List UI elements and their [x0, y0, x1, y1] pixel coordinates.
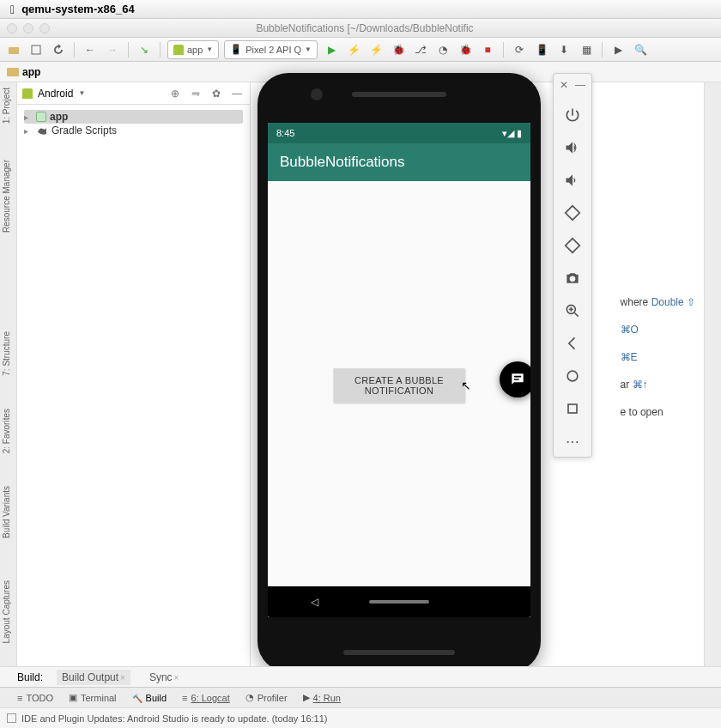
- project-mode-label[interactable]: Android: [38, 88, 73, 100]
- build-label: Build:: [17, 671, 43, 683]
- emulator-window: 8:45 ▾◢ ▮ BubbleNotifications CREATE A B…: [258, 73, 541, 672]
- coverage-icon[interactable]: ⎇: [412, 41, 429, 58]
- search-everywhere-icon[interactable]: 🔍: [632, 41, 649, 58]
- camera-icon: [311, 88, 323, 100]
- nav-back-icon[interactable]: ◁: [311, 596, 318, 608]
- phone-frame: 8:45 ▾◢ ▮ BubbleNotifications CREATE A B…: [258, 73, 541, 672]
- tool-favorites-tab[interactable]: 2: Favorites: [2, 409, 11, 453]
- build-tab[interactable]: Build: [132, 693, 167, 703]
- profiler-tab[interactable]: ◔ Profiler: [245, 692, 288, 703]
- build-output-tab[interactable]: Build Output×: [57, 670, 130, 685]
- tool-resmgr-tab[interactable]: Resource Manager: [2, 160, 11, 233]
- status-checkbox-icon[interactable]: [7, 713, 16, 723]
- rotate-left-icon[interactable]: [562, 203, 583, 223]
- save-icon[interactable]: [27, 41, 45, 58]
- tool-variants-tab[interactable]: Build Variants: [2, 486, 11, 538]
- app-bar: BubbleNotifications: [268, 143, 530, 181]
- hint-shortcut: ⌘↑: [633, 379, 648, 391]
- overview-icon[interactable]: [562, 398, 583, 419]
- emulator-close-icon[interactable]: ✕: [560, 79, 568, 91]
- status-icons: ▾◢ ▮: [502, 128, 522, 139]
- mac-menubar:  qemu-system-x86_64: [0, 0, 721, 19]
- camera-icon[interactable]: [562, 268, 583, 288]
- gradle-icon: [36, 125, 48, 136]
- status-text: IDE and Plugin Updates: Android Studio i…: [21, 713, 328, 724]
- tool-project-tab[interactable]: 1: Project: [2, 88, 11, 124]
- tree-node-app-label: app: [50, 111, 68, 123]
- speaker-icon: [352, 92, 446, 97]
- device-label: Pixel 2 API Q: [245, 45, 301, 55]
- create-bubble-button[interactable]: CREATE A BUBBLE NOTIFICATION: [334, 368, 465, 403]
- tree-node-app[interactable]: app: [24, 110, 243, 124]
- avd-manager-icon[interactable]: 📱: [533, 41, 550, 58]
- apply-changes-icon[interactable]: ⚡: [345, 41, 362, 58]
- status-bar: IDE and Plugin Updates: Android Studio i…: [0, 707, 721, 728]
- back-icon[interactable]: [562, 333, 583, 354]
- sdk-manager-icon[interactable]: ⬇: [555, 41, 573, 58]
- run-tab[interactable]: ▶ 4: Run: [303, 692, 341, 703]
- svg-rect-9: [568, 404, 577, 413]
- close-icon[interactable]: ×: [174, 673, 179, 682]
- logcat-tab[interactable]: ≡ 6: Logcat: [182, 693, 230, 703]
- tree-node-gradle[interactable]: Gradle Scripts: [24, 124, 243, 137]
- tool-captures-tab[interactable]: Layout Captures: [2, 580, 11, 643]
- hint-text: where: [621, 296, 651, 308]
- power-icon[interactable]: [562, 105, 583, 125]
- project-panel: Android ▼ ⊕ ⥭ ✿ — app Gradle Scripts: [17, 82, 251, 683]
- rotate-right-icon[interactable]: [562, 235, 583, 256]
- project-panel-header: Android ▼ ⊕ ⥭ ✿ —: [17, 82, 250, 105]
- speaker-icon: [343, 650, 455, 655]
- tool-structure-tab[interactable]: 7: Structure: [2, 331, 11, 376]
- volume-up-icon[interactable]: [562, 137, 583, 158]
- chat-bubble-fab[interactable]: [500, 361, 530, 397]
- build-hammer-icon[interactable]: ↘: [136, 41, 153, 58]
- debug-icon[interactable]: 🐞: [390, 41, 407, 58]
- device-combo[interactable]: 📱 Pixel 2 API Q ▼: [224, 40, 318, 59]
- open-file-icon[interactable]: [5, 41, 22, 58]
- profile-icon[interactable]: ◔: [434, 41, 451, 58]
- nav-home-pill[interactable]: [369, 600, 429, 604]
- settings-icon[interactable]: ✿: [209, 88, 224, 100]
- layout-inspector-icon[interactable]: ▦: [578, 41, 595, 58]
- folder-icon: [7, 68, 19, 76]
- attach-debugger-icon[interactable]: 🐞: [457, 41, 474, 58]
- right-gutter: [704, 82, 721, 683]
- project-tree: app Gradle Scripts: [17, 105, 250, 143]
- run-config-combo[interactable]: app ▼: [167, 40, 219, 59]
- hint-shortcut: ⌘O: [621, 316, 695, 343]
- nav-fwd-icon[interactable]: →: [104, 41, 121, 58]
- emulator-minimize-icon[interactable]: —: [575, 79, 585, 91]
- run-config-label: app: [187, 45, 203, 55]
- svg-rect-3: [566, 239, 579, 252]
- module-icon: [36, 112, 46, 122]
- build-tool-window-tabs: Build: Build Output× Sync×: [0, 666, 721, 687]
- terminal-tab[interactable]: ▣ Terminal: [69, 692, 117, 703]
- breadcrumb-root[interactable]: app: [22, 66, 40, 78]
- volume-down-icon[interactable]: [562, 170, 583, 191]
- stop-icon[interactable]: ■: [479, 41, 496, 58]
- android-navbar[interactable]: ◁: [268, 586, 530, 617]
- process-name: qemu-system-x86_64: [21, 3, 135, 15]
- todo-tab[interactable]: ≡ TODO: [17, 693, 53, 703]
- left-gutter: 1: Project Resource Manager 7: Structure…: [0, 82, 17, 683]
- zoom-in-icon[interactable]: [562, 300, 583, 321]
- locate-icon[interactable]: ⊕: [167, 88, 183, 100]
- hint-shortcut: Double ⇧: [651, 296, 695, 308]
- android-icon: [22, 88, 33, 99]
- expand-icon[interactable]: ⥭: [188, 88, 203, 100]
- phone-screen[interactable]: 8:45 ▾◢ ▮ BubbleNotifications CREATE A B…: [268, 123, 530, 617]
- editor-hints: where Double ⇧ ⌘O ⌘E ar ⌘↑ e to open: [621, 288, 695, 426]
- hide-panel-icon[interactable]: —: [229, 88, 245, 100]
- run-icon[interactable]: ▶: [323, 41, 340, 58]
- sync-gradle-icon[interactable]: ⟳: [511, 41, 528, 58]
- home-icon[interactable]: [562, 366, 583, 386]
- apply-code-icon[interactable]: ⚡: [367, 41, 385, 58]
- sync-tab[interactable]: Sync×: [144, 670, 185, 685]
- close-icon[interactable]: ×: [120, 673, 125, 682]
- status-time: 8:45: [276, 128, 294, 138]
- svg-rect-2: [566, 206, 579, 220]
- run-anything-icon[interactable]: ▶: [609, 41, 627, 58]
- more-icon[interactable]: ⋯: [562, 431, 583, 452]
- nav-back-icon[interactable]: ←: [82, 41, 99, 58]
- refresh-icon[interactable]: [50, 41, 67, 58]
